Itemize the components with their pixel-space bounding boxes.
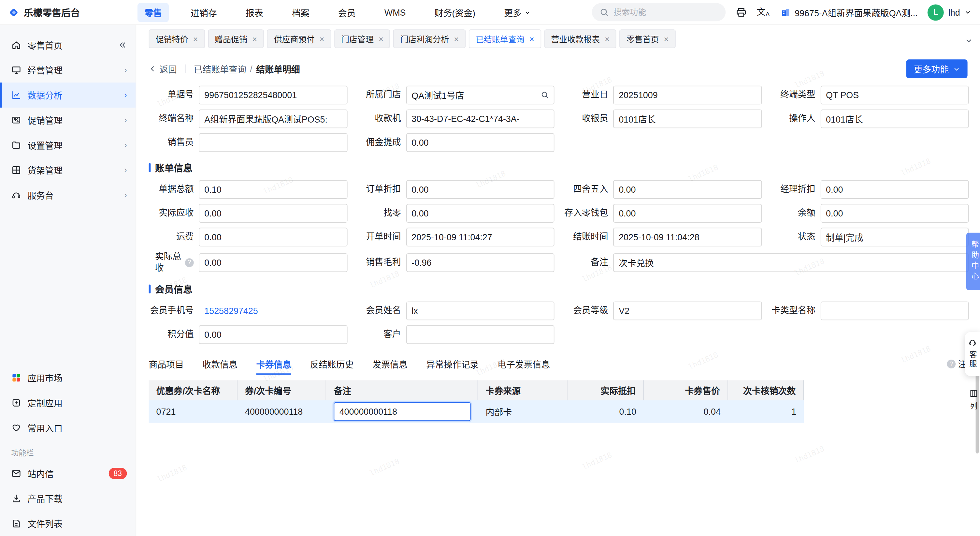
sidebar-item-data-analysis[interactable]: 数据分析 › (0, 83, 135, 108)
nav-item-reports[interactable]: 报表 (239, 3, 270, 22)
receivable-input[interactable] (199, 204, 347, 223)
nav-item-more[interactable]: 更多 (497, 3, 537, 22)
dtab-abnormal-ops[interactable]: 异常操作记录 (426, 354, 479, 378)
tab-close-icon[interactable]: × (252, 34, 257, 44)
tab-close-icon[interactable]: × (530, 34, 534, 44)
heart-icon (11, 423, 22, 433)
tab-close-icon[interactable]: × (664, 34, 669, 44)
translate-icon[interactable]: 文A (757, 7, 770, 17)
search-icon[interactable] (541, 91, 549, 99)
customer-service-button[interactable]: 客服 (965, 332, 980, 376)
nav-item-archives[interactable]: 档案 (285, 3, 317, 22)
dtab-e-invoice[interactable]: 电子发票信息 (498, 354, 550, 378)
wallet-deposit-input[interactable] (613, 204, 762, 223)
sidebar-item-home[interactable]: 零售首页 (0, 33, 135, 58)
user-menu[interactable]: L lhd (928, 4, 971, 20)
card-type-input[interactable] (820, 302, 969, 321)
tab-promo-special[interactable]: 促销特价× (149, 29, 205, 48)
dtab-invoice[interactable]: 发票信息 (372, 354, 407, 378)
tabstrip-dropdown-icon[interactable] (965, 37, 972, 44)
sidebar-item-label: 促销管理 (27, 114, 62, 126)
row-remark-input[interactable] (334, 402, 471, 421)
nav-item-inventory[interactable]: 进销存 (184, 3, 224, 22)
username: lhd (948, 7, 960, 17)
customer-input[interactable] (406, 325, 555, 344)
search-input[interactable] (614, 8, 707, 17)
terminal-name-input[interactable] (199, 110, 347, 128)
order-discount-input[interactable] (406, 180, 555, 199)
dtab-payment[interactable]: 收款信息 (203, 354, 237, 378)
sidebar-item-shelf-mgmt[interactable]: 货架管理 › (0, 158, 135, 183)
register-input[interactable] (406, 110, 555, 128)
tab-settled-bill-query[interactable]: 已结账单查询× (469, 29, 541, 48)
more-actions-button[interactable]: 更多功能 (906, 59, 967, 78)
note-toggle[interactable]: ? 注 (945, 358, 966, 369)
nav-item-members[interactable]: 会员 (331, 3, 363, 22)
tab-revenue-report[interactable]: 营业收款报表× (544, 29, 616, 48)
store-selector[interactable]: 99675-A组新界面果蔬版QA测... (781, 6, 918, 18)
sidebar-item-favorites[interactable]: 常用入口 (0, 415, 135, 440)
tab-gift-promo[interactable]: 赠品促销× (208, 29, 264, 48)
nav-item-retail[interactable]: 零售 (137, 3, 169, 22)
member-name-input[interactable] (406, 302, 555, 321)
doc-no-input[interactable] (199, 86, 347, 105)
commission-input[interactable] (406, 133, 555, 152)
help-center-tab[interactable]: 帮助中心 (966, 233, 980, 290)
tab-close-icon[interactable]: × (454, 34, 459, 44)
status-input[interactable] (820, 228, 969, 246)
sidebar-item-custom-apps[interactable]: 定制应用 (0, 390, 135, 415)
close-time-input[interactable] (613, 228, 762, 246)
column-settings-button[interactable]: 列 (969, 389, 978, 410)
balance-input[interactable] (820, 204, 969, 223)
operator-input[interactable] (820, 110, 969, 128)
table-row[interactable]: 0721 400000000118 内部卡 0.10 0.04 1 (149, 400, 804, 423)
sidebar-item-product-download[interactable]: 产品下载 (0, 486, 135, 511)
back-button[interactable]: 返回 (149, 62, 177, 75)
terminal-type-input[interactable] (820, 86, 969, 105)
sidebar-item-business-mgmt[interactable]: 经营管理 › (0, 57, 135, 83)
points-input[interactable] (199, 325, 347, 344)
actual-total-input[interactable] (199, 253, 347, 272)
rounding-input[interactable] (613, 180, 762, 199)
biz-date-input[interactable] (613, 86, 762, 105)
nav-item-finance[interactable]: 财务(资金) (428, 3, 482, 22)
gross-profit-input[interactable] (406, 253, 555, 272)
collapse-sidebar-icon[interactable] (118, 41, 127, 49)
tab-close-icon[interactable]: × (605, 34, 609, 44)
sidebar-item-app-market[interactable]: 应用市场 (0, 365, 135, 390)
manager-discount-input[interactable] (820, 180, 969, 199)
remark-input[interactable] (613, 253, 969, 272)
print-icon[interactable] (736, 6, 747, 18)
dtab-goods[interactable]: 商品项目 (149, 354, 184, 378)
nav-item-wms[interactable]: WMS (378, 4, 413, 20)
sidebar-item-file-list[interactable]: 文件列表 (0, 511, 135, 536)
bill-total-input[interactable] (199, 180, 347, 199)
tab-supplier-prepay[interactable]: 供应商预付× (267, 29, 331, 48)
chevron-left-icon (149, 65, 156, 73)
col-header: 卡券来源 (478, 380, 568, 400)
sidebar-item-service-desk[interactable]: 服务台 › (0, 183, 135, 208)
change-input[interactable] (406, 204, 555, 223)
sidebar-item-inbox[interactable]: 站内信 83 (0, 461, 135, 486)
member-level-input[interactable] (613, 302, 762, 321)
sidebar-item-settings-mgmt[interactable]: 设置管理 › (0, 133, 135, 158)
member-phone-link[interactable]: 15258297425 (199, 306, 258, 316)
sidebar-item-promotion-mgmt[interactable]: 促销管理 › (0, 108, 135, 133)
salesperson-input[interactable] (199, 133, 347, 152)
tab-retail-home[interactable]: 零售首页× (620, 29, 676, 48)
tab-close-icon[interactable]: × (193, 34, 198, 44)
tab-store-profit[interactable]: 门店利润分析× (393, 29, 466, 48)
cashier-input[interactable] (613, 110, 762, 128)
tab-close-icon[interactable]: × (379, 34, 383, 44)
help-icon[interactable]: ? (185, 258, 194, 267)
freight-input[interactable] (199, 228, 347, 246)
service-desk-icon (11, 190, 22, 200)
dtab-coupon[interactable]: 卡券信息 (256, 354, 291, 378)
store-input[interactable] (406, 86, 555, 105)
tab-store-mgmt[interactable]: 门店管理× (334, 29, 390, 48)
dtab-reverse-history[interactable]: 反结账历史 (310, 354, 354, 378)
sidebar-item-label: 设置管理 (27, 139, 62, 151)
open-time-input[interactable] (406, 228, 555, 246)
tab-close-icon[interactable]: × (320, 34, 325, 44)
breadcrumb-parent[interactable]: 已结账单查询 (194, 62, 246, 75)
